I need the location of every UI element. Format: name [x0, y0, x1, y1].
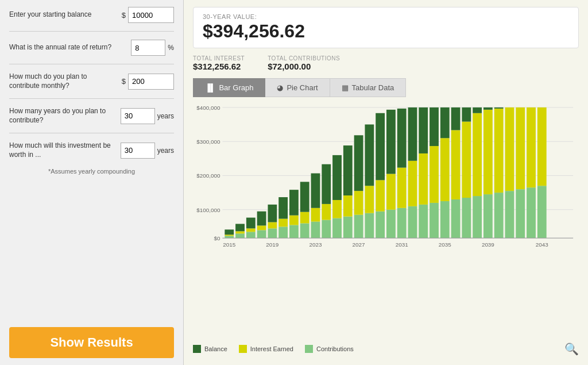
svg-rect-19 [268, 229, 277, 239]
svg-rect-77 [473, 113, 482, 196]
legend-interest: Interest Earned [239, 345, 293, 353]
left-panel: Enter your starting balance $ What is th… [0, 0, 184, 365]
divider-4 [9, 133, 174, 133]
svg-rect-43 [354, 215, 363, 239]
svg-rect-82 [494, 193, 504, 239]
svg-rect-51 [376, 113, 385, 180]
bar-contrib-1 [225, 236, 234, 239]
svg-text:$200,000: $200,000 [196, 173, 220, 179]
summary-box: 30-YEAR VALUE: $394,256.62 [193, 7, 579, 48]
svg-text:$400,000: $400,000 [196, 105, 220, 111]
legend-swatch-balance [193, 345, 201, 353]
svg-rect-55 [397, 208, 407, 238]
stat-total-contributions: TOTAL CONTRIBUTIONS $72,000.00 [268, 55, 340, 71]
show-results-button[interactable]: Show Results [9, 327, 174, 358]
currency-symbol-contribution: $ [122, 77, 126, 86]
stat-value-interest: $312,256.62 [193, 62, 245, 71]
svg-text:$100,000: $100,000 [196, 207, 220, 213]
svg-rect-86 [505, 107, 514, 191]
input-annual-rate[interactable] [131, 40, 165, 56]
field-starting-balance: Enter your starting balance $ [9, 7, 174, 23]
svg-rect-58 [408, 206, 417, 238]
svg-rect-68 [440, 139, 450, 202]
svg-rect-66 [430, 107, 439, 146]
tab-bar-graph[interactable]: ▐▌ Bar Graph [193, 78, 265, 97]
chart-area: $400,000 $300,000 $200,000 $100,000 $0 [193, 102, 579, 335]
svg-rect-92 [527, 107, 536, 187]
tab-pie-chart-label: Pie Chart [287, 83, 318, 92]
field-worth-years: How much will this investment be worth i… [9, 141, 174, 159]
svg-rect-69 [440, 107, 450, 138]
tab-tabular-data[interactable]: ▦ Tabular Data [330, 78, 407, 97]
svg-text:2019: 2019 [266, 241, 278, 248]
svg-rect-60 [408, 107, 417, 161]
svg-rect-45 [354, 136, 363, 191]
svg-rect-11 [235, 232, 245, 234]
svg-rect-85 [505, 191, 514, 239]
summary-label: 30-YEAR VALUE: [203, 13, 569, 20]
svg-rect-32 [311, 208, 320, 222]
right-panel: 30-YEAR VALUE: $394,256.62 TOTAL INTERES… [184, 0, 588, 365]
svg-rect-30 [300, 182, 310, 212]
svg-rect-22 [278, 227, 288, 239]
svg-rect-63 [419, 107, 428, 153]
svg-rect-59 [408, 161, 417, 206]
svg-rect-23 [278, 219, 288, 227]
bar-chart-icon: ▐▌ [205, 83, 215, 92]
svg-rect-50 [376, 180, 385, 212]
svg-text:2023: 2023 [309, 241, 322, 248]
input-contribution-years[interactable] [121, 108, 155, 124]
svg-rect-14 [246, 229, 256, 232]
svg-rect-40 [343, 217, 353, 239]
legend-row: Balance Interest Earned Contributions 🔍 [193, 340, 579, 358]
legend-swatch-contributions [305, 345, 313, 353]
input-group-annual-rate: % [131, 40, 174, 56]
svg-rect-44 [354, 191, 363, 216]
svg-rect-13 [246, 232, 256, 239]
label-starting-balance: Enter your starting balance [9, 10, 117, 20]
svg-text:2043: 2043 [536, 241, 548, 248]
tab-pie-chart[interactable]: ◕ Pie Chart [265, 78, 330, 97]
svg-rect-52 [386, 210, 396, 238]
stats-row: TOTAL INTEREST $312,256.62 TOTAL CONTRIB… [193, 53, 579, 74]
svg-text:$300,000: $300,000 [196, 139, 220, 145]
legend-contributions: Contributions [305, 345, 354, 353]
svg-rect-26 [289, 216, 299, 225]
tabs-row: ▐▌ Bar Graph ◕ Pie Chart ▦ Tabular Data [193, 78, 579, 97]
divider-1 [9, 31, 174, 32]
input-group-contribution-years: years [121, 108, 174, 124]
svg-rect-33 [311, 174, 320, 208]
pie-chart-icon: ◕ [277, 83, 283, 92]
bar-interest-1 [225, 235, 234, 236]
svg-rect-72 [451, 107, 461, 130]
input-monthly-contribution[interactable] [128, 74, 174, 90]
assumption-text: *Assumes yearly compounding [9, 168, 174, 175]
input-starting-balance[interactable] [128, 7, 174, 23]
unit-years-1: years [157, 112, 174, 120]
summary-value: $394,256.62 [203, 20, 569, 42]
svg-rect-54 [386, 110, 396, 174]
svg-rect-31 [311, 222, 320, 239]
svg-rect-80 [483, 110, 493, 194]
svg-rect-41 [343, 195, 353, 217]
svg-rect-17 [257, 226, 266, 230]
svg-text:2027: 2027 [353, 241, 365, 248]
svg-rect-39 [332, 155, 342, 200]
svg-rect-64 [430, 203, 439, 238]
label-annual-rate: What is the annual rate of return? [9, 43, 126, 52]
stat-label-interest: TOTAL INTEREST [193, 55, 245, 62]
svg-rect-91 [527, 188, 536, 239]
svg-rect-27 [289, 190, 299, 216]
svg-text:$0: $0 [214, 236, 220, 242]
svg-rect-49 [376, 212, 385, 238]
label-monthly-contribution: How much do you plan to contribute month… [9, 72, 117, 90]
divider-2 [9, 64, 174, 64]
svg-rect-18 [257, 212, 266, 226]
stat-value-contributions: $72,000.00 [268, 62, 340, 71]
svg-text:2031: 2031 [396, 241, 408, 248]
svg-rect-34 [322, 220, 331, 239]
svg-rect-36 [322, 164, 331, 204]
zoom-icon[interactable]: 🔍 [564, 342, 579, 356]
svg-rect-24 [278, 197, 288, 219]
input-worth-years[interactable] [121, 143, 155, 159]
